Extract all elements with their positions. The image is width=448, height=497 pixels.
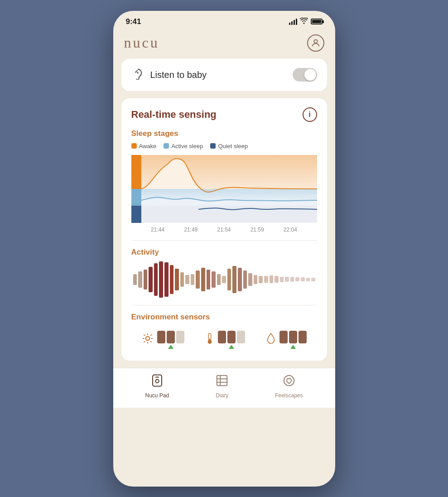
waveform-bar	[191, 274, 195, 285]
sensing-header: Real-time sensing i	[131, 107, 317, 122]
sensor-indicator	[229, 345, 234, 349]
feelscapes-label: Feelscapes	[275, 392, 303, 399]
app-header: nucu	[113, 30, 335, 59]
battery-icon	[311, 19, 323, 24]
sensor-bar-filled	[289, 331, 297, 343]
waveform-bar	[207, 270, 211, 290]
activity-title: Activity	[131, 248, 317, 257]
thermometer-icon	[205, 333, 214, 347]
droplet-icon	[266, 333, 276, 347]
waveform-bar	[170, 265, 174, 294]
time-2: 21:49	[184, 227, 198, 233]
waveform-bar	[138, 271, 142, 288]
sensor-bar-filled	[299, 331, 307, 343]
listen-label: Listen to baby	[150, 70, 207, 80]
legend-quiet-sleep: Quiet sleep	[210, 143, 248, 150]
profile-button[interactable]	[307, 34, 324, 52]
activity-section: Activity	[131, 248, 317, 298]
sensor-indicator	[290, 345, 296, 349]
waveform-bar	[133, 274, 137, 285]
nucu-pad-label: Nucu Pad	[145, 392, 169, 399]
awake-bar	[131, 155, 141, 189]
sleep-legend: Awake Active sleep Quiet sleep	[131, 143, 317, 150]
tab-nucu-pad[interactable]: Nucu Pad	[145, 374, 169, 399]
active-sleep-dot	[164, 143, 169, 149]
waveform-bar	[259, 276, 263, 283]
ear-icon	[131, 67, 144, 83]
waveform-bar	[164, 262, 169, 297]
waveform-bar	[180, 272, 184, 287]
waveform-bar	[154, 263, 158, 296]
wifi-icon	[300, 18, 308, 25]
light-sensor	[142, 331, 184, 349]
waveform-bar	[212, 271, 216, 288]
tab-diary[interactable]: Diary	[215, 374, 229, 399]
app-logo: nucu	[124, 34, 159, 51]
phone-frame: 9:41 nucu	[113, 11, 335, 487]
sensor-bar-filled	[218, 331, 226, 343]
quiet-sleep-dot	[210, 143, 216, 149]
humidity-sensor	[266, 331, 307, 349]
quiet-bar	[131, 206, 141, 223]
legend-active-sleep: Active sleep	[164, 143, 203, 150]
waveform-bar	[227, 269, 231, 290]
svg-line-5	[144, 334, 145, 335]
divider-2	[131, 305, 317, 305]
waveform-bar	[243, 270, 247, 289]
svg-point-1	[137, 72, 139, 74]
status-icons	[289, 18, 323, 25]
time-1: 21:44	[151, 227, 164, 233]
environment-section: Environment sensors	[131, 313, 317, 352]
listen-card: Listen to baby	[121, 59, 327, 91]
sensor-bar-filled	[227, 331, 236, 343]
time-3: 21:54	[217, 227, 231, 233]
legend-awake: Awake	[131, 143, 157, 150]
svg-point-15	[155, 379, 159, 383]
active-bar	[131, 189, 141, 206]
diary-icon	[215, 374, 229, 391]
svg-line-6	[150, 341, 151, 342]
waveform-bar	[201, 268, 205, 291]
svg-rect-14	[153, 375, 162, 386]
temperature-sensor	[205, 331, 245, 349]
divider-1	[131, 240, 317, 241]
status-time: 9:41	[126, 17, 141, 26]
diary-label: Diary	[216, 392, 228, 399]
chart-svg	[141, 155, 317, 223]
nucu-pad-icon	[150, 374, 164, 391]
svg-point-21	[284, 375, 294, 386]
sensor-bar-empty	[176, 331, 184, 343]
waveform-bar	[280, 277, 284, 282]
sensor-bar-filled	[157, 331, 165, 343]
svg-point-2	[145, 336, 149, 340]
active-sleep-label: Active sleep	[171, 143, 203, 150]
waveform-bar	[301, 277, 305, 281]
sleep-stages-title: Sleep stages	[131, 129, 317, 138]
feelscapes-icon	[282, 374, 296, 391]
time-labels: 21:44 21:49 21:54 21:59 22:04	[131, 225, 317, 233]
waveform-bar	[275, 276, 279, 282]
tab-bar: Nucu Pad Diary Feelscapes	[113, 368, 335, 408]
waveform-bar	[264, 276, 268, 282]
listen-left: Listen to baby	[131, 67, 207, 83]
waveform-bar	[144, 270, 148, 290]
sleep-chart	[131, 155, 317, 223]
tab-feelscapes[interactable]: Feelscapes	[275, 374, 303, 399]
waveform-bar	[196, 270, 200, 289]
waveform-bar	[248, 273, 252, 286]
svg-rect-17	[217, 375, 227, 386]
quiet-sleep-label: Quiet sleep	[218, 143, 248, 150]
info-button[interactable]: i	[303, 107, 317, 122]
env-title: Environment sensors	[131, 313, 317, 322]
waveform-bar	[238, 268, 242, 291]
awake-label: Awake	[139, 143, 157, 150]
sun-icon	[142, 333, 154, 347]
waveform-bar	[222, 276, 226, 283]
waveform-bar	[270, 275, 274, 284]
sensor-bar-filled	[279, 331, 288, 343]
waveform-bar	[175, 269, 179, 290]
waveform-bar	[149, 267, 153, 292]
waveform-bar	[311, 278, 315, 281]
sensing-title: Real-time sensing	[131, 109, 217, 121]
listen-toggle[interactable]	[293, 68, 317, 82]
